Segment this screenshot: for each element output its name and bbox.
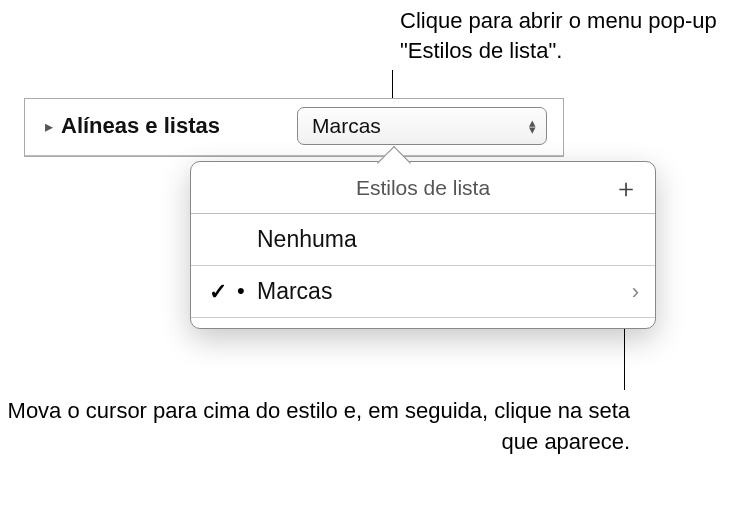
callout-bottom-leader-line bbox=[624, 320, 625, 390]
list-style-popup-button[interactable]: Marcas ▴ ▾ bbox=[297, 107, 547, 145]
style-item-label: Marcas bbox=[257, 278, 332, 305]
list-style-popup-value: Marcas bbox=[312, 114, 381, 138]
popover-footer-gap bbox=[191, 318, 655, 328]
list-item[interactable]: Nenhuma bbox=[191, 214, 655, 266]
popover-header: Estilos de lista ＋ bbox=[191, 162, 655, 214]
add-style-button[interactable]: ＋ bbox=[613, 175, 639, 201]
callout-top-text: Clique para abrir o menu pop-up "Estilos… bbox=[400, 6, 739, 65]
callout-bottom-text: Mova o cursor para cima do estilo e, em … bbox=[0, 396, 630, 458]
list-item[interactable]: • Marcas › bbox=[191, 266, 655, 318]
popover-title: Estilos de lista bbox=[356, 176, 490, 200]
style-item-label: Nenhuma bbox=[257, 226, 357, 253]
bullets-lists-label: Alíneas e listas bbox=[61, 113, 220, 139]
format-panel: ▸ Alíneas e listas Marcas ▴ ▾ bbox=[24, 98, 564, 157]
chevron-updown-icon: ▴ ▾ bbox=[529, 119, 536, 133]
bullets-lists-header: ▸ Alíneas e listas Marcas ▴ ▾ bbox=[25, 99, 563, 156]
bullet-icon: • bbox=[237, 279, 245, 301]
list-styles-popover: Estilos de lista ＋ Nenhuma • Marcas › bbox=[190, 161, 656, 329]
disclosure-triangle-icon[interactable]: ▸ bbox=[45, 117, 53, 136]
chevron-right-icon[interactable]: › bbox=[632, 279, 639, 305]
